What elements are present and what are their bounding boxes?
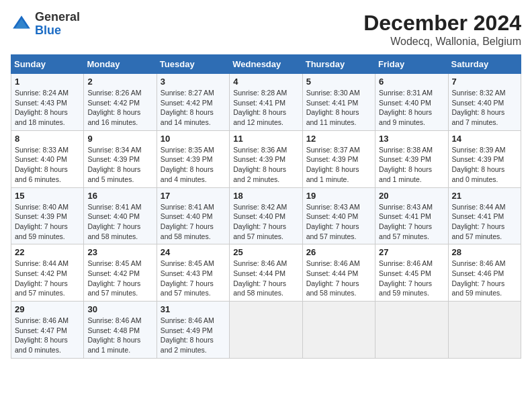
day-number: 9 [87,134,152,144]
day-detail: Sunrise: 8:30 AMSunset: 4:41 PMDaylight:… [306,88,371,128]
day-detail: Sunrise: 8:46 AMSunset: 4:48 PMDaylight:… [87,316,152,355]
day-detail: Sunrise: 8:41 AMSunset: 4:40 PMDaylight:… [161,202,226,242]
header-sunday: Sunday [11,55,84,74]
day-detail: Sunrise: 8:41 AMSunset: 4:40 PMDaylight:… [87,202,152,242]
calendar-cell: 12Sunrise: 8:37 AMSunset: 4:39 PMDayligh… [302,130,375,187]
calendar-cell: 9Sunrise: 8:34 AMSunset: 4:39 PMDaylight… [84,130,157,187]
day-number: 15 [15,191,80,201]
day-detail: Sunrise: 8:46 AMSunset: 4:49 PMDaylight:… [161,316,226,355]
day-detail: Sunrise: 8:46 AMSunset: 4:45 PMDaylight:… [379,259,444,298]
day-number: 11 [233,134,298,144]
calendar-cell [448,302,521,359]
calendar-week-row: 8Sunrise: 8:33 AMSunset: 4:40 PMDaylight… [11,130,521,187]
day-number: 6 [379,77,444,87]
day-detail: Sunrise: 8:43 AMSunset: 4:40 PMDaylight:… [306,202,371,242]
calendar-cell: 8Sunrise: 8:33 AMSunset: 4:40 PMDaylight… [11,130,84,187]
calendar-cell: 3Sunrise: 8:27 AMSunset: 4:42 PMDaylight… [157,74,229,131]
calendar-cell: 29Sunrise: 8:46 AMSunset: 4:47 PMDayligh… [11,302,84,359]
logo-icon [11,13,32,35]
day-number: 28 [452,247,517,257]
calendar-cell: 28Sunrise: 8:46 AMSunset: 4:46 PMDayligh… [448,244,521,302]
page-subtitle: Wodecq, Wallonia, Belgium [363,36,521,48]
day-number: 24 [161,247,226,257]
calendar-cell: 24Sunrise: 8:45 AMSunset: 4:43 PMDayligh… [157,244,229,302]
calendar-cell: 16Sunrise: 8:41 AMSunset: 4:40 PMDayligh… [84,187,157,244]
day-detail: Sunrise: 8:24 AMSunset: 4:43 PMDaylight:… [15,88,80,128]
calendar-cell: 30Sunrise: 8:46 AMSunset: 4:48 PMDayligh… [84,302,157,359]
calendar-cell: 27Sunrise: 8:46 AMSunset: 4:45 PMDayligh… [375,244,448,302]
calendar-cell: 31Sunrise: 8:46 AMSunset: 4:49 PMDayligh… [157,302,229,359]
calendar-cell: 20Sunrise: 8:43 AMSunset: 4:41 PMDayligh… [375,187,448,244]
day-detail: Sunrise: 8:33 AMSunset: 4:40 PMDaylight:… [15,145,80,185]
day-number: 8 [15,134,80,144]
calendar-cell: 25Sunrise: 8:46 AMSunset: 4:44 PMDayligh… [230,244,302,302]
calendar-week-row: 22Sunrise: 8:44 AMSunset: 4:42 PMDayligh… [11,244,521,302]
day-detail: Sunrise: 8:27 AMSunset: 4:42 PMDaylight:… [161,88,226,128]
day-number: 10 [161,134,226,144]
calendar-cell: 15Sunrise: 8:40 AMSunset: 4:39 PMDayligh… [11,187,84,244]
day-detail: Sunrise: 8:28 AMSunset: 4:41 PMDaylight:… [233,88,298,128]
calendar-cell: 7Sunrise: 8:32 AMSunset: 4:40 PMDaylight… [448,74,521,131]
calendar-cell [230,302,302,359]
day-number: 16 [87,191,152,201]
logo-blue: Blue [35,24,61,37]
day-number: 4 [233,77,298,87]
day-number: 25 [233,247,298,257]
calendar-week-row: 29Sunrise: 8:46 AMSunset: 4:47 PMDayligh… [11,302,521,359]
calendar-header-row: SundayMondayTuesdayWednesdayThursdayFrid… [11,55,521,74]
day-detail: Sunrise: 8:32 AMSunset: 4:40 PMDaylight:… [452,88,517,128]
calendar-cell [302,302,375,359]
day-number: 14 [452,134,517,144]
day-number: 23 [87,247,152,257]
page-header: General Blue December 2024 Wodecq, Wallo… [11,11,521,48]
day-detail: Sunrise: 8:46 AMSunset: 4:47 PMDaylight:… [15,316,80,355]
day-number: 30 [87,304,152,314]
calendar-cell: 19Sunrise: 8:43 AMSunset: 4:40 PMDayligh… [302,187,375,244]
calendar-week-row: 15Sunrise: 8:40 AMSunset: 4:39 PMDayligh… [11,187,521,244]
logo-text: General Blue [35,11,80,38]
calendar-cell: 5Sunrise: 8:30 AMSunset: 4:41 PMDaylight… [302,74,375,131]
day-detail: Sunrise: 8:26 AMSunset: 4:42 PMDaylight:… [87,88,152,128]
day-detail: Sunrise: 8:45 AMSunset: 4:43 PMDaylight:… [161,259,226,298]
day-detail: Sunrise: 8:31 AMSunset: 4:40 PMDaylight:… [379,88,444,128]
calendar-cell: 22Sunrise: 8:44 AMSunset: 4:42 PMDayligh… [11,244,84,302]
day-number: 21 [452,191,517,201]
calendar-cell: 17Sunrise: 8:41 AMSunset: 4:40 PMDayligh… [157,187,229,244]
day-detail: Sunrise: 8:36 AMSunset: 4:39 PMDaylight:… [233,145,298,185]
calendar-cell [375,302,448,359]
header-thursday: Thursday [302,55,375,74]
day-number: 17 [161,191,226,201]
day-number: 5 [306,77,371,87]
header-tuesday: Tuesday [157,55,229,74]
day-detail: Sunrise: 8:38 AMSunset: 4:39 PMDaylight:… [379,145,444,185]
day-number: 3 [161,77,226,87]
calendar-cell: 23Sunrise: 8:45 AMSunset: 4:42 PMDayligh… [84,244,157,302]
calendar-cell: 10Sunrise: 8:35 AMSunset: 4:39 PMDayligh… [157,130,229,187]
day-detail: Sunrise: 8:45 AMSunset: 4:42 PMDaylight:… [87,259,152,298]
day-detail: Sunrise: 8:44 AMSunset: 4:42 PMDaylight:… [15,259,80,298]
day-number: 1 [15,77,80,87]
day-detail: Sunrise: 8:40 AMSunset: 4:39 PMDaylight:… [15,202,80,242]
day-number: 27 [379,247,444,257]
day-detail: Sunrise: 8:46 AMSunset: 4:44 PMDaylight:… [233,259,298,298]
header-monday: Monday [84,55,157,74]
day-detail: Sunrise: 8:42 AMSunset: 4:40 PMDaylight:… [233,202,298,242]
calendar-cell: 2Sunrise: 8:26 AMSunset: 4:42 PMDaylight… [84,74,157,131]
day-number: 13 [379,134,444,144]
day-detail: Sunrise: 8:46 AMSunset: 4:46 PMDaylight:… [452,259,517,298]
logo: General Blue [11,11,80,38]
logo-general: General [35,10,80,24]
calendar-table: SundayMondayTuesdayWednesdayThursdayFrid… [11,54,521,359]
day-detail: Sunrise: 8:39 AMSunset: 4:39 PMDaylight:… [452,145,517,185]
calendar-cell: 1Sunrise: 8:24 AMSunset: 4:43 PMDaylight… [11,74,84,131]
day-number: 7 [452,77,517,87]
calendar-cell: 6Sunrise: 8:31 AMSunset: 4:40 PMDaylight… [375,74,448,131]
day-number: 22 [15,247,80,257]
day-number: 12 [306,134,371,144]
day-detail: Sunrise: 8:46 AMSunset: 4:44 PMDaylight:… [306,259,371,298]
calendar-cell: 13Sunrise: 8:38 AMSunset: 4:39 PMDayligh… [375,130,448,187]
day-detail: Sunrise: 8:43 AMSunset: 4:41 PMDaylight:… [379,202,444,242]
day-detail: Sunrise: 8:44 AMSunset: 4:41 PMDaylight:… [452,202,517,242]
title-block: December 2024 Wodecq, Wallonia, Belgium [363,11,521,48]
day-number: 18 [233,191,298,201]
